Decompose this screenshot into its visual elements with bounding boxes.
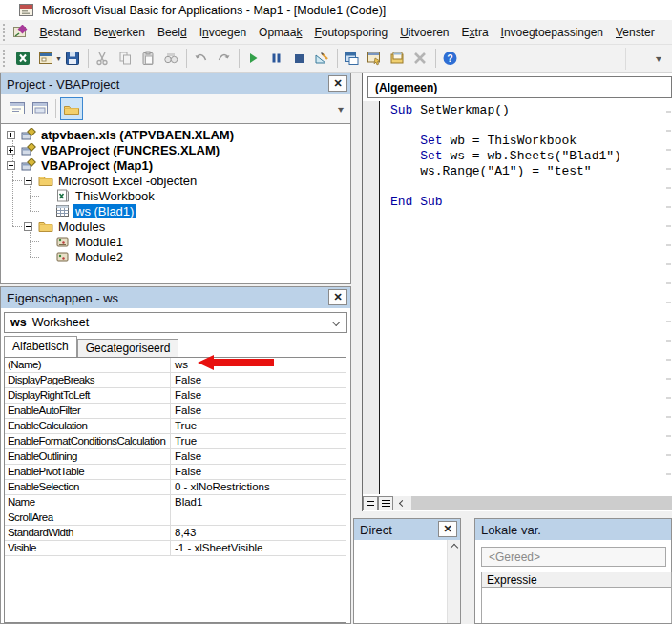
property-value[interactable]: 0 - xlNoRestrictions [171, 480, 346, 494]
menu-opmaak[interactable]: Opmaak [253, 26, 308, 39]
tree-item-label[interactable]: VBAProject (FUNCRES.XLAM) [38, 143, 222, 157]
project-toolbar-overflow[interactable]: ▁▼ [335, 102, 346, 114]
undo-icon[interactable] [191, 48, 212, 69]
property-row-enableautofilter[interactable]: EnableAutoFilterFalse [5, 404, 346, 419]
property-value[interactable]: 8,43 [171, 526, 346, 540]
tree-item-label[interactable]: VBAProject (Map1) [38, 158, 156, 173]
toolbar-grip[interactable] [3, 50, 6, 67]
full-module-view-button[interactable] [378, 496, 393, 510]
property-value[interactable]: False [171, 388, 346, 403]
property-row-enableformatconditionscalculation[interactable]: EnableFormatConditionsCalculationTrue [5, 434, 346, 449]
collapse-icon[interactable] [7, 161, 15, 170]
general-dropdown[interactable]: (Algemeen) [368, 76, 672, 98]
code-area[interactable]: Sub SetWerkmap() Set wb = ThisWorkbook S… [363, 101, 672, 494]
view-code-icon[interactable] [6, 97, 29, 120]
menu-uitvoeren[interactable]: Uitvoeren [394, 26, 455, 39]
copy-icon[interactable] [116, 48, 136, 69]
tree-item-label[interactable]: atpvbaen.xls (ATPVBAEN.XLAM) [38, 128, 237, 142]
pause-icon[interactable] [266, 48, 287, 69]
code-horizontal-scrollbar[interactable] [363, 494, 672, 511]
run-icon[interactable] [243, 48, 264, 69]
property-value[interactable]: False [171, 465, 346, 479]
tools-icon[interactable] [410, 48, 431, 69]
menu-extra[interactable]: Extra [455, 26, 494, 39]
locals-column-expressie[interactable]: Expressie [482, 572, 671, 588]
tree-item-label[interactable]: Modules [55, 219, 108, 234]
property-value[interactable] [171, 510, 346, 525]
menubar-grip[interactable] [3, 24, 6, 41]
menu-invoegtoepassingen[interactable]: Invoegtoepassingen [494, 26, 609, 39]
property-value[interactable]: False [171, 404, 346, 418]
property-value[interactable]: True [171, 419, 346, 433]
scroll-up-arrow[interactable] [450, 544, 457, 551]
tree-item-label[interactable]: Module2 [73, 250, 126, 264]
property-row-enableselection[interactable]: EnableSelection0 - xlNoRestrictions [5, 480, 346, 495]
tab-gecategoriseerd[interactable]: Gecategoriseerd [77, 339, 179, 357]
menu-foutopsporing[interactable]: Foutopsporing [308, 26, 394, 39]
procedure-view-button[interactable] [363, 496, 378, 510]
menu-venster[interactable]: Venster [610, 26, 662, 39]
menu-bewerken[interactable]: Bewerken [88, 26, 151, 39]
menu-beeld[interactable]: Beeld [151, 26, 193, 39]
object-selector-dropdown[interactable]: ws Worksheet [4, 312, 347, 333]
property-value[interactable]: False [171, 373, 346, 387]
tree-item-modules[interactable]: Modules [1, 218, 350, 234]
scrollbar-thumb[interactable] [411, 496, 672, 510]
property-row-visible[interactable]: Visible-1 - xlSheetVisible [5, 541, 346, 556]
expand-icon[interactable] [7, 146, 15, 155]
property-row-scrollarea[interactable]: ScrollArea [5, 510, 346, 526]
property-value[interactable]: Blad1 [171, 495, 346, 510]
tab-alfabetisch[interactable]: Alfabetisch [4, 336, 77, 357]
scroll-left-arrow[interactable] [393, 496, 409, 510]
help-icon[interactable]: ? [440, 48, 461, 69]
collapse-icon[interactable] [24, 222, 32, 231]
paste-icon[interactable] [138, 48, 159, 69]
collapse-icon[interactable] [24, 177, 32, 185]
property-value[interactable]: -1 - xlSheetVisible [171, 541, 346, 555]
property-value[interactable]: True [171, 434, 346, 448]
code-text[interactable]: Sub SetWerkmap() Set wb = ThisWorkbook S… [381, 103, 664, 494]
toggle-folders-icon[interactable] [60, 97, 83, 120]
tree-item-label[interactable]: ThisWorkbook [73, 189, 158, 203]
dropdown-arrow-icon[interactable]: ▼ [55, 55, 62, 62]
menu-bestand[interactable]: Bestand [33, 26, 88, 39]
design-mode-icon[interactable] [312, 48, 333, 69]
property-value[interactable]: False [171, 449, 346, 464]
save-icon[interactable] [63, 48, 84, 69]
redo-icon[interactable] [214, 48, 235, 69]
immediate-vertical-scrollbar[interactable] [447, 540, 460, 623]
properties-panel-close-button[interactable]: ✕ [328, 289, 347, 305]
property-row--name-[interactable]: (Name)ws [5, 358, 346, 373]
tree-item-module1[interactable]: Module1 [1, 234, 350, 249]
view-object-icon[interactable] [29, 97, 52, 120]
property-row-displaypagebreaks[interactable]: DisplayPageBreaksFalse [5, 373, 346, 388]
tree-item-vbaproject-map1-[interactable]: VBAProject (Map1) [1, 157, 350, 173]
cut-icon[interactable] [93, 48, 114, 69]
property-row-name[interactable]: NameBlad1 [5, 495, 346, 510]
property-row-enablepivottable[interactable]: EnablePivotTableFalse [5, 465, 346, 480]
insert-userform-icon[interactable] [35, 48, 56, 69]
tree-item-label[interactable]: ws (Blad1) [73, 204, 136, 218]
project-panel-close-button[interactable]: ✕ [328, 75, 347, 92]
tree-item-module2[interactable]: Module2 [1, 249, 350, 264]
menu-invoegen[interactable]: Invoegen [193, 26, 252, 39]
property-row-enableoutlining[interactable]: EnableOutliningFalse [5, 449, 346, 465]
tree-item-vbaproject-funcres-xlam-[interactable]: VBAProject (FUNCRES.XLAM) [1, 142, 350, 157]
property-row-displayrighttoleft[interactable]: DisplayRightToLeftFalse [5, 388, 346, 404]
excel-icon[interactable] [12, 48, 33, 69]
property-row-standardwidth[interactable]: StandardWidth8,43 [5, 526, 346, 541]
expand-icon[interactable] [7, 131, 15, 139]
find-icon[interactable] [161, 48, 182, 69]
immediate-window-body[interactable] [354, 540, 460, 623]
tree-item-ws-blad1-[interactable]: ws (Blad1) [1, 203, 350, 218]
stop-icon[interactable] [289, 48, 310, 69]
immediate-panel-close-button[interactable]: ✕ [438, 521, 457, 537]
tree-item-label[interactable]: Module1 [73, 235, 126, 249]
object-browser-icon[interactable] [388, 48, 409, 69]
tree-item-thisworkbook[interactable]: ThisWorkbook [1, 188, 350, 203]
properties-window-icon[interactable] [365, 48, 386, 69]
tree-item-label[interactable]: Microsoft Excel -objecten [55, 174, 200, 188]
property-row-enablecalculation[interactable]: EnableCalculationTrue [5, 419, 346, 434]
toolbar-overflow-button[interactable]: ▁▼ [652, 52, 665, 63]
tree-item-microsoft-excel-objecten[interactable]: Microsoft Excel -objecten [1, 173, 350, 188]
